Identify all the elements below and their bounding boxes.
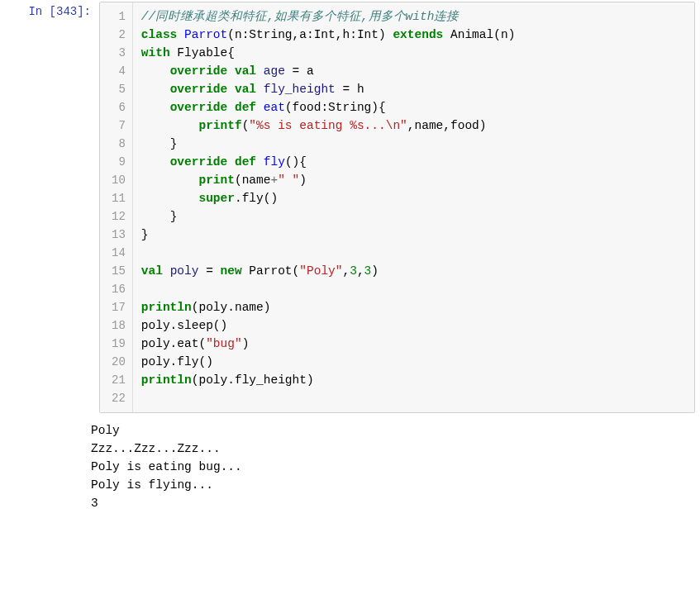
line-number: 15 <box>112 262 126 280</box>
line-number: 13 <box>112 226 126 244</box>
line-number: 11 <box>112 189 126 207</box>
code-input-area[interactable]: 1 2 3 4 5 6 7 8 9 10 11 12 13 14 15 16 1… <box>99 2 695 413</box>
output-line: Zzz...Zzz...Zzz... <box>91 440 242 458</box>
line-number: 10 <box>112 171 126 189</box>
code-line[interactable]: } <box>141 135 686 153</box>
line-number: 6 <box>112 98 126 116</box>
line-number: 17 <box>112 298 126 316</box>
code-line[interactable] <box>141 389 686 407</box>
line-number: 14 <box>112 244 126 262</box>
code-editor[interactable]: //同时继承超类和特征,如果有多个特征,用多个with连接 class Parr… <box>133 2 694 412</box>
line-number: 19 <box>112 335 126 353</box>
input-cell: In [343]: 1 2 3 4 5 6 7 8 9 10 11 12 13 … <box>0 0 700 415</box>
line-number: 2 <box>112 26 126 44</box>
output-line: Poly is flying... <box>91 476 242 494</box>
code-line[interactable]: poly.sleep() <box>141 316 686 335</box>
code-line[interactable] <box>141 244 686 262</box>
line-number: 5 <box>112 80 126 98</box>
code-line[interactable]: //同时继承超类和特征,如果有多个特征,用多个with连接 <box>141 7 686 26</box>
input-prompt: In [343]: <box>0 0 99 23</box>
output-line: Poly <box>91 421 242 440</box>
line-number: 18 <box>112 316 126 335</box>
code-line[interactable]: class Parrot(n:String,a:Int,h:Int) exten… <box>141 26 686 44</box>
code-line[interactable]: } <box>141 226 686 244</box>
output-line: 3 <box>91 494 242 512</box>
code-line[interactable]: print(name+" ") <box>141 171 686 189</box>
code-line[interactable]: println(poly.name) <box>141 298 686 316</box>
code-line[interactable]: override val age = a <box>141 62 686 80</box>
code-line[interactable]: } <box>141 207 686 226</box>
line-number: 9 <box>112 153 126 171</box>
line-number: 7 <box>112 116 126 135</box>
code-line[interactable]: poly.fly() <box>141 353 686 371</box>
code-line[interactable]: val poly = new Parrot("Poly",3,3) <box>141 262 686 280</box>
line-number: 22 <box>112 389 126 407</box>
line-number: 8 <box>112 135 126 153</box>
code-line[interactable]: super.fly() <box>141 189 686 207</box>
line-number: 1 <box>112 7 126 26</box>
code-line[interactable]: with Flyable{ <box>141 44 686 62</box>
line-number: 16 <box>112 280 126 298</box>
code-line[interactable]: override val fly_height = h <box>141 80 686 98</box>
line-number: 20 <box>112 353 126 371</box>
code-line[interactable]: override def fly(){ <box>141 153 686 171</box>
line-number: 3 <box>112 44 126 62</box>
code-line[interactable]: printf("%s is eating %s...\n",name,food) <box>141 116 686 135</box>
stdout-output: PolyZzz...Zzz...Zzz...Poly is eating bug… <box>91 415 242 519</box>
output-line: Poly is eating bug... <box>91 458 242 476</box>
code-line[interactable]: println(poly.fly_height) <box>141 371 686 389</box>
line-number: 12 <box>112 207 126 226</box>
code-line[interactable] <box>141 280 686 298</box>
output-cell: PolyZzz...Zzz...Zzz...Poly is eating bug… <box>0 415 700 519</box>
code-line[interactable]: override def eat(food:String){ <box>141 98 686 116</box>
code-line[interactable]: poly.eat("bug") <box>141 335 686 353</box>
line-number-gutter: 1 2 3 4 5 6 7 8 9 10 11 12 13 14 15 16 1… <box>100 2 133 412</box>
comment-text: //同时继承超类和特征,如果有多个特征,用多个with连接 <box>141 10 460 23</box>
line-number: 4 <box>112 62 126 80</box>
line-number: 21 <box>112 371 126 389</box>
